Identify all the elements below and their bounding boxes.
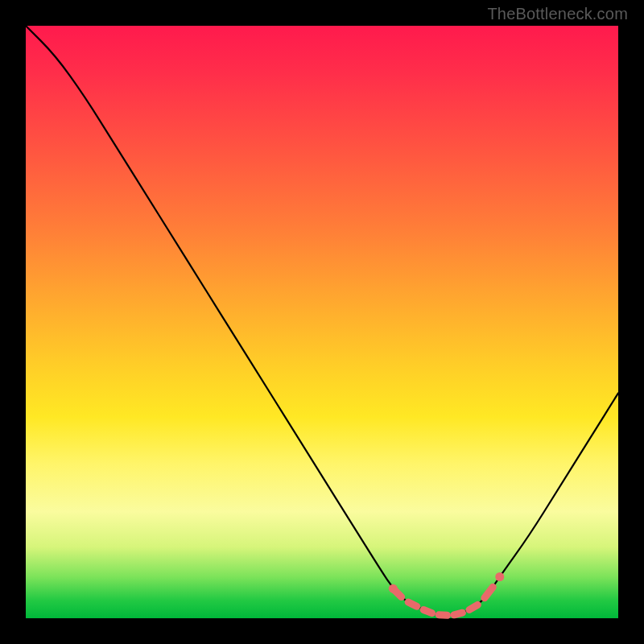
plot-area <box>26 26 618 618</box>
chart-frame: TheBottleneck.com <box>0 0 644 644</box>
minimum-dash <box>408 602 417 606</box>
minimum-dash <box>439 615 447 616</box>
minimum-markers <box>389 572 505 615</box>
minimum-dash <box>393 588 401 597</box>
minimum-dash <box>454 613 462 615</box>
chart-overlay <box>26 26 618 618</box>
minimum-dash <box>485 587 493 598</box>
watermark-text: TheBottleneck.com <box>487 5 628 23</box>
bottleneck-curve <box>26 26 618 615</box>
minimum-dash <box>423 610 431 613</box>
minimum-dash <box>469 605 478 609</box>
minimum-end-dot <box>495 572 504 581</box>
